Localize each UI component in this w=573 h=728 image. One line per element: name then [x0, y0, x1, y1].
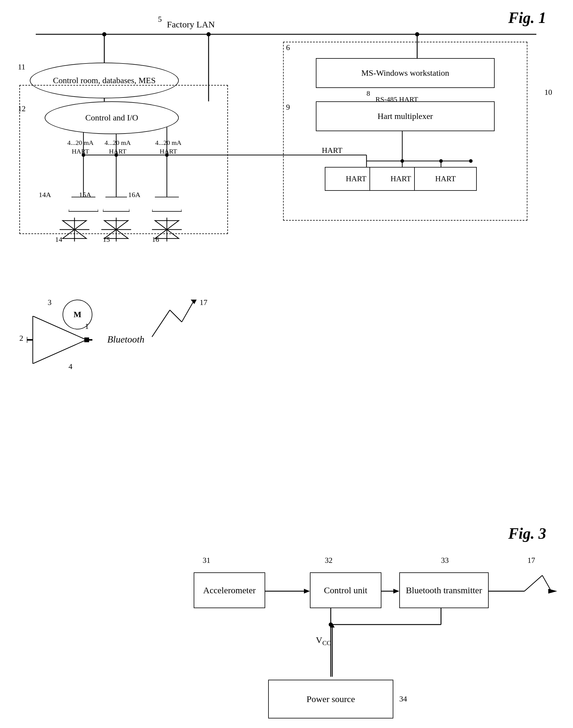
ref3: 3	[48, 298, 52, 307]
svg-marker-52	[33, 316, 87, 364]
ref4: 4	[68, 362, 72, 371]
ref15: 15	[103, 236, 110, 244]
ref14: 14	[55, 236, 62, 244]
factory-lan-label: Factory LAN	[167, 19, 215, 30]
svg-line-58	[152, 310, 170, 337]
ref31: 31	[203, 556, 210, 565]
ref10: 10	[544, 88, 552, 97]
ref2: 2	[19, 334, 23, 343]
power-source-box: Power source	[268, 680, 393, 719]
ms-windows-box: MS-Windows workstation	[316, 58, 494, 88]
svg-marker-31	[393, 589, 399, 593]
ref9: 9	[286, 103, 290, 112]
ref17-fig3: 17	[527, 556, 535, 565]
fig1-title: Fig. 1	[508, 9, 546, 27]
ref16: 16	[152, 236, 159, 244]
ref16a: 16A	[128, 191, 140, 199]
bluetooth-label: Bluetooth	[107, 334, 144, 345]
hart-wire-label: HART	[322, 146, 343, 155]
control-unit-label: Control unit	[324, 585, 367, 595]
signal-arrows-fig1	[146, 298, 206, 343]
svg-line-60	[182, 301, 194, 322]
field-devices-dashed-box	[19, 85, 228, 234]
svg-marker-61	[191, 300, 197, 304]
ref34: 34	[399, 695, 407, 703]
hart-r2-label: HART	[390, 175, 411, 183]
svg-line-59	[170, 310, 182, 322]
ref5: 5	[158, 15, 162, 24]
control-room-label: Control room, databases, MES	[53, 76, 156, 85]
fig3-title: Fig. 3	[508, 525, 546, 542]
svg-line-33	[524, 575, 542, 591]
accelerometer-label: Accelerometer	[203, 585, 256, 595]
bluetooth-tx-label: Bluetooth transmitter	[406, 585, 482, 595]
sensor-16a	[152, 197, 182, 212]
hart-r3-label: HART	[435, 175, 456, 183]
ref14a: 14A	[39, 191, 51, 199]
sensor-15a	[103, 197, 129, 212]
sensor-14a	[68, 197, 98, 212]
svg-point-3	[415, 32, 419, 36]
pump-device	[27, 316, 92, 364]
ref15a: 15A	[79, 191, 91, 199]
hart-r1-label: HART	[346, 175, 366, 183]
ref8: 8	[366, 89, 370, 97]
svg-line-34	[542, 575, 551, 591]
svg-marker-29	[304, 589, 310, 593]
ref33: 33	[441, 556, 449, 565]
hart-mux-label: Hart multiplexer	[377, 111, 433, 121]
ms-windows-label: MS-Windows workstation	[361, 68, 449, 78]
ref1: 1	[85, 322, 89, 331]
hart-box-right: HART	[414, 167, 477, 191]
ref11: 11	[18, 63, 25, 71]
svg-rect-53	[84, 337, 89, 342]
vcc-arrow	[328, 623, 337, 683]
control-unit-box: Control unit	[310, 572, 381, 608]
svg-marker-63	[330, 623, 334, 628]
valve-14	[60, 217, 89, 241]
power-source-label: Power source	[307, 694, 355, 704]
ref17-fig1: 17	[200, 298, 207, 307]
hart-mux-box: Hart multiplexer	[316, 101, 494, 131]
ref32: 32	[325, 556, 332, 565]
ref6: 6	[286, 43, 290, 52]
svg-point-2	[207, 32, 211, 36]
bluetooth-tx-box: Bluetooth transmitter	[399, 572, 489, 608]
accelerometer-box: Accelerometer	[194, 572, 265, 608]
svg-point-1	[102, 32, 106, 36]
svg-marker-35	[548, 589, 557, 593]
